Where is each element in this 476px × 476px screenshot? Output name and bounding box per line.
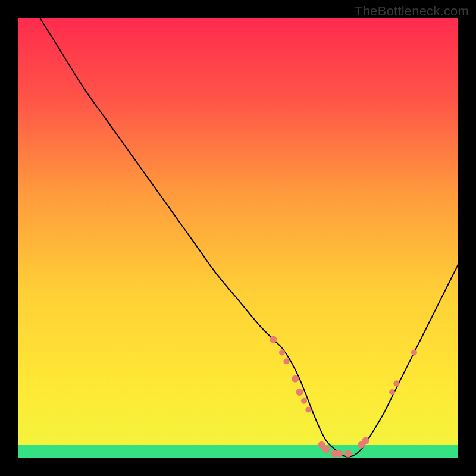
data-marker <box>305 407 311 413</box>
data-marker <box>336 450 343 458</box>
data-marker <box>389 389 395 395</box>
plot-frame <box>18 18 458 458</box>
data-marker <box>411 349 417 355</box>
data-marker <box>283 358 289 364</box>
data-marker <box>296 389 303 396</box>
data-marker <box>292 375 299 383</box>
data-marker <box>270 336 277 343</box>
data-marker <box>322 446 330 453</box>
watermark-label: TheBottleneck.com <box>355 4 469 19</box>
data-marker <box>301 398 307 404</box>
data-marker <box>279 349 285 355</box>
data-marker <box>345 450 352 458</box>
bottleneck-chart <box>18 18 458 458</box>
green-band <box>18 445 458 458</box>
data-marker <box>362 437 369 444</box>
data-marker <box>393 380 399 386</box>
